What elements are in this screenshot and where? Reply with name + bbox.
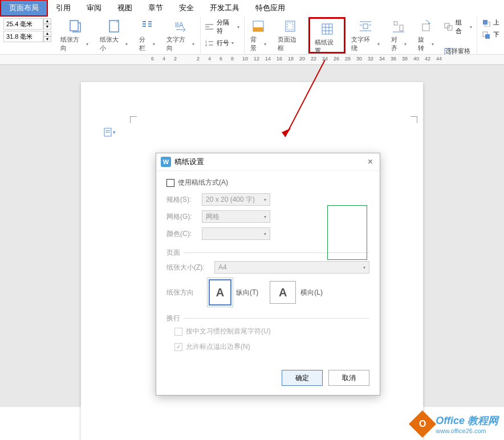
landscape-option[interactable]: A	[270, 281, 296, 304]
background-button[interactable]: 背景▾	[247, 17, 270, 55]
dialog-titlebar[interactable]: W 稿纸设置 ×	[156, 153, 380, 171]
background-icon	[251, 19, 265, 33]
align-button[interactable]: 对齐▾	[388, 17, 410, 55]
bring-forward-button[interactable]: 上	[479, 17, 502, 28]
menu-bar: 页面布局 引用 审阅 视图 章节 安全 开发工具 特色应用	[0, 0, 504, 16]
wrap-section-header: 换行	[166, 313, 369, 323]
ok-button[interactable]: 确定	[282, 370, 323, 386]
portrait-label: 纵向(T)	[236, 288, 258, 298]
orientation-label: 纸张方向	[166, 288, 197, 298]
text-wrap-button[interactable]: 文字环绕▾	[348, 17, 383, 55]
menu-chapter[interactable]: 章节	[140, 1, 171, 15]
line-number-icon: 12	[205, 39, 214, 47]
grid-select[interactable]: 网格▾	[202, 210, 270, 223]
margin-corner-icon	[410, 116, 417, 123]
page-border-icon	[283, 19, 297, 33]
paper-size-button[interactable]: 纸张大小▾	[96, 17, 131, 55]
send-backward-button[interactable]: 下	[479, 29, 502, 40]
spec-label: 规格(S):	[166, 195, 197, 205]
columns-icon	[140, 19, 154, 33]
columns-button[interactable]: 分栏▾	[136, 17, 158, 55]
group-button[interactable]: 组合▾	[442, 17, 474, 36]
paper-size-select[interactable]: A4▾	[214, 261, 369, 274]
menu-devtools[interactable]: 开发工具	[202, 1, 247, 15]
text-direction-button[interactable]: IIA 文字方向▾	[163, 17, 198, 55]
margin-corner-icon	[130, 116, 137, 123]
menu-view[interactable]: 视图	[109, 1, 140, 15]
landscape-label: 横向(L)	[300, 288, 323, 298]
svg-rect-17	[253, 27, 263, 31]
paper-orientation-button[interactable]: 纸张方向▾	[57, 17, 92, 55]
watermark-brand: Office 教程网	[436, 414, 498, 427]
svg-rect-25	[363, 24, 368, 28]
paper-orientation-icon	[68, 19, 82, 33]
svg-text:IIA: IIA	[175, 21, 184, 29]
wps-logo-icon: W	[161, 157, 171, 167]
horizontal-ruler[interactable]: 6 4 2 2 4 6 8 10 12 14 16 18 20 22 24 26…	[0, 55, 504, 65]
svg-rect-20	[322, 24, 332, 34]
cjk-control-checkbox[interactable]	[174, 328, 182, 336]
page-border-button[interactable]: 页面边框	[274, 17, 306, 55]
use-grid-checkbox[interactable]	[166, 179, 174, 187]
grid-setting-dialog: W 稿纸设置 × 使用稿纸方式(A) 规格(S): 20 x 20 (400 字…	[156, 153, 380, 396]
separator-button[interactable]: 分隔符▾	[203, 17, 242, 36]
allow-overflow-checkbox[interactable]: ✓	[174, 343, 182, 351]
margin-height-input[interactable]	[3, 31, 43, 42]
group-icon	[444, 23, 453, 31]
menu-security[interactable]: 安全	[171, 1, 202, 15]
page-options-icon[interactable]: ▾	[104, 128, 116, 137]
height-up[interactable]: ▲	[43, 31, 51, 36]
watermark-url: www.office26.com	[436, 427, 498, 434]
rotate-icon	[419, 19, 433, 33]
menu-review[interactable]: 审阅	[79, 1, 109, 15]
color-select[interactable]: ▾	[202, 227, 270, 240]
cjk-control-label: 按中文习惯控制首尾字符(U)	[186, 327, 271, 336]
down-layer-icon	[482, 31, 491, 39]
color-label: 颜色(C):	[166, 229, 197, 239]
text-direction-icon: IIA	[174, 19, 188, 33]
grid-setting-icon	[320, 22, 334, 36]
svg-rect-33	[422, 24, 429, 31]
ribbon-toolbar: ▲▼ ▲▼ 纸张方向▾ 纸张大小▾ 分栏▾ IIA 文字方向▾	[0, 16, 504, 55]
line-number-button[interactable]: 12 行号▾	[203, 38, 242, 48]
paper-size-label: 纸张大小(Z):	[166, 263, 210, 272]
paper-size-icon	[107, 19, 121, 33]
watermark-logo-icon: O	[409, 410, 436, 438]
separator-icon	[205, 23, 214, 31]
dialog-title-text: 稿纸设置	[174, 157, 204, 167]
grid-label: 网格(G):	[166, 212, 197, 222]
margin-width-input[interactable]	[3, 18, 43, 30]
height-down[interactable]: ▼	[43, 36, 51, 42]
grid-setting-button[interactable]: 稿纸设置	[311, 20, 343, 58]
dialog-close-button[interactable]: ×	[365, 157, 375, 167]
menu-reference[interactable]: 引用	[48, 1, 79, 15]
width-down[interactable]: ▼	[43, 24, 51, 30]
rotate-button[interactable]: 旋转▾	[414, 17, 437, 55]
text-wrap-icon	[359, 19, 372, 33]
svg-rect-19	[287, 23, 293, 30]
spec-select[interactable]: 20 x 20 (400 字)▾	[202, 193, 270, 206]
width-up[interactable]: ▲	[43, 18, 51, 24]
use-grid-label: 使用稿纸方式(A)	[178, 178, 228, 188]
dropdown-arrow-icon: ▾	[86, 42, 88, 47]
watermark: O Office 教程网 www.office26.com	[413, 414, 498, 434]
svg-rect-0	[70, 21, 78, 31]
svg-rect-30	[394, 22, 397, 25]
align-icon	[392, 19, 405, 33]
menu-special[interactable]: 特色应用	[247, 1, 293, 15]
portrait-option[interactable]: A	[209, 279, 231, 305]
svg-rect-31	[400, 25, 403, 31]
svg-rect-41	[485, 34, 490, 39]
grid-preview	[327, 205, 367, 260]
svg-text:2: 2	[205, 43, 208, 47]
menu-page-layout[interactable]: 页面布局	[0, 0, 48, 17]
cancel-button[interactable]: 取消	[328, 370, 369, 386]
up-layer-icon	[482, 19, 491, 27]
allow-overflow-label: 允许标点溢出边界(N)	[186, 342, 250, 352]
